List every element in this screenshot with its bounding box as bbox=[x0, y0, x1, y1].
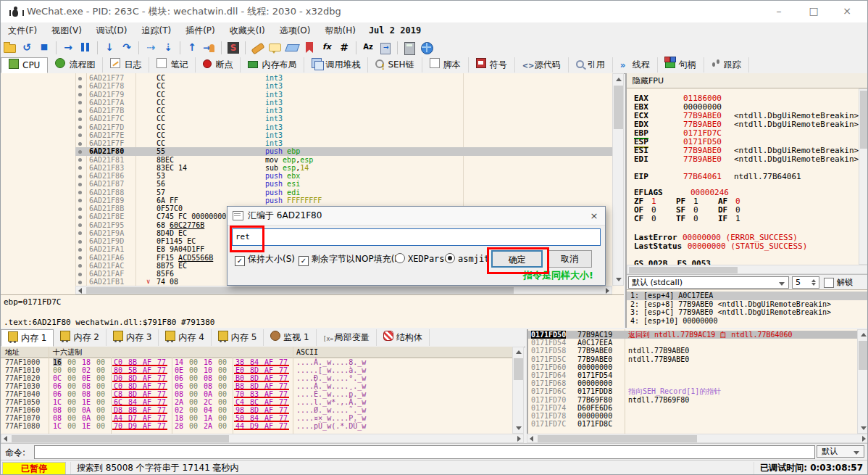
tab-内存 2[interactable]: 内存 2 bbox=[54, 329, 106, 346]
spin-up-icon[interactable] bbox=[811, 279, 816, 282]
scroll-right-icon[interactable] bbox=[517, 436, 521, 442]
stop-icon[interactable]: ■ bbox=[36, 39, 53, 57]
tab-内存 3[interactable]: 内存 3 bbox=[107, 329, 159, 346]
tab-内存布局[interactable]: 内存布局 bbox=[241, 57, 304, 73]
flags-row[interactable]: CF0TF0IF1 bbox=[627, 215, 868, 223]
menu-item[interactable]: 追踪(T) bbox=[134, 22, 178, 39]
register-row[interactable]: EBP0171FD7C bbox=[627, 129, 868, 138]
scroll-thumb[interactable] bbox=[538, 435, 697, 442]
disasm-row[interactable]: 6AD21F77CCint3 bbox=[1, 74, 624, 82]
disasm-row[interactable]: 6AD21F818BECmov ebp,esp bbox=[1, 156, 624, 164]
register-row[interactable]: EDI77B9ABE0<ntdll.DbgUiRemoteBreakin> bbox=[627, 155, 868, 164]
case-sensitive-icon[interactable]: Az bbox=[359, 39, 377, 57]
restart-icon[interactable]: ↺ bbox=[18, 39, 36, 57]
register-row[interactable]: EIP77B64061ntdll.77B64061 bbox=[627, 173, 868, 181]
memory-dump-view[interactable]: 地址 十六进制 ASCII 77AF100016001800C08BAF7714… bbox=[1, 347, 512, 434]
unlock-checkbox[interactable] bbox=[824, 278, 834, 288]
breakpoint-dot-icon[interactable] bbox=[78, 158, 82, 162]
tab-流程图[interactable]: 流程图 bbox=[48, 57, 103, 73]
breakpoint-dot-icon[interactable] bbox=[78, 215, 82, 219]
label-icon[interactable] bbox=[283, 39, 301, 57]
scroll-right-icon[interactable] bbox=[606, 288, 609, 294]
open-file-icon[interactable] bbox=[1, 39, 18, 57]
breakpoint-dot-icon[interactable] bbox=[78, 93, 82, 96]
breakpoint-dot-icon[interactable] bbox=[78, 117, 82, 121]
registers-hscrollbar[interactable] bbox=[627, 265, 868, 274]
checkbox-checked-icon[interactable]: ✓ bbox=[235, 256, 245, 266]
menu-item[interactable]: 插件(P) bbox=[178, 22, 222, 39]
scroll-up-icon[interactable] bbox=[861, 333, 867, 336]
tab-内存 4[interactable]: 内存 4 bbox=[159, 329, 211, 346]
tab-调用堆栈[interactable]: 调用堆栈 bbox=[304, 57, 368, 73]
step-into-icon[interactable]: ↓ bbox=[101, 39, 118, 57]
breakpoint-dot-icon[interactable] bbox=[78, 207, 82, 211]
breakpoint-dot-icon[interactable] bbox=[78, 125, 82, 129]
asmjit-radio[interactable]: asmjit bbox=[445, 252, 489, 266]
argument-row[interactable]: 4: [esp+10] 00000000 bbox=[627, 317, 868, 326]
disasm-row[interactable]: 6AD21F7CCCint3 bbox=[1, 115, 624, 123]
breakpoint-dot-icon[interactable] bbox=[78, 133, 82, 137]
run-icon[interactable]: → bbox=[59, 39, 77, 57]
dialog-title-bar[interactable]: 汇编于 6AD21F80 × bbox=[228, 207, 605, 226]
scroll-thumb[interactable] bbox=[86, 287, 514, 294]
menu-item[interactable]: 文件(F) bbox=[1, 22, 44, 39]
radio-selected-icon[interactable] bbox=[445, 253, 455, 263]
menu-item[interactable]: 帮助(H) bbox=[317, 22, 362, 39]
stack-row[interactable]: 0171FD640171FD54 bbox=[528, 371, 857, 379]
breakpoint-dot-icon[interactable] bbox=[78, 191, 82, 194]
scroll-up-icon[interactable] bbox=[516, 350, 522, 354]
scroll-down-icon[interactable] bbox=[861, 426, 867, 430]
disasm-row[interactable]: 6AD21F79CCint3 bbox=[1, 91, 624, 99]
instruction-input[interactable]: ret bbox=[232, 228, 601, 246]
breakpoint-dot-icon[interactable] bbox=[78, 101, 82, 104]
breakpoint-dot-icon[interactable] bbox=[78, 248, 82, 252]
breakpoint-dot-icon[interactable] bbox=[78, 110, 82, 113]
calculator-icon[interactable] bbox=[401, 39, 418, 57]
breakpoint-dot-icon[interactable] bbox=[78, 77, 82, 80]
checkbox-checked-icon[interactable]: ✓ bbox=[299, 256, 309, 266]
tab-跟踪[interactable]: 跟踪 bbox=[704, 57, 749, 73]
argument-row[interactable]: 2: [esp+8] 77B9ABE0 <ntdll.DbgUiRemoteBr… bbox=[627, 300, 868, 309]
stack-row[interactable]: 0171FD5077B9AC19返回到 ntdll.77B9AC19 自 ntd… bbox=[528, 331, 857, 339]
flags-row[interactable]: ZF1PF1AF0 bbox=[627, 197, 868, 206]
breakpoint-dot-icon[interactable] bbox=[78, 142, 82, 146]
tab-断点[interactable]: 断点 bbox=[196, 57, 241, 73]
scroll-left-icon[interactable] bbox=[530, 436, 533, 442]
eflags-row[interactable]: EFLAGS00000246 bbox=[627, 189, 868, 197]
breakpoint-dot-icon[interactable] bbox=[78, 150, 82, 154]
hide-fpu-button[interactable]: 隐藏FPU bbox=[627, 73, 868, 88]
stop-animation-icon[interactable]: S bbox=[225, 39, 242, 57]
radio-unselected-icon[interactable] bbox=[395, 253, 405, 263]
stack-row[interactable]: 0171FD74D60FE6D6 bbox=[528, 404, 857, 412]
tab-监视 1[interactable]: 监视 1 bbox=[264, 329, 316, 346]
close-button[interactable]: × bbox=[831, 1, 863, 22]
stack-vscrollbar[interactable] bbox=[857, 329, 868, 434]
disasm-row[interactable]: 6AD21F7DCCint3 bbox=[1, 123, 624, 131]
scroll-down-icon[interactable] bbox=[516, 426, 522, 430]
arguments-view[interactable]: 1: [esp+4] A0C17EEA2: [esp+8] 77B9ABE0 <… bbox=[627, 289, 868, 330]
disasm-row[interactable]: 6AD21F7BCCint3 bbox=[1, 107, 624, 115]
breakpoint-dot-icon[interactable] bbox=[78, 240, 82, 244]
tab-笔记[interactable]: 笔记 bbox=[149, 57, 196, 73]
registers-vscrollbar[interactable] bbox=[859, 88, 868, 265]
tab-源代码[interactable]: <>源代码 bbox=[515, 57, 569, 73]
scroll-left-icon[interactable] bbox=[78, 288, 82, 294]
laststatus-row[interactable]: LastStatus00000000 (STATUS_SUCCESS) bbox=[627, 242, 868, 251]
tab-内存 5[interactable]: 内存 5 bbox=[212, 329, 264, 346]
scroll-right-icon[interactable] bbox=[862, 436, 866, 442]
tab-SEH链[interactable]: SEH链 bbox=[368, 57, 422, 73]
tab-线程[interactable]: »线程 bbox=[613, 57, 658, 73]
spin-down-icon[interactable] bbox=[811, 283, 816, 286]
menu-item[interactable]: 选项(O) bbox=[272, 22, 318, 39]
scroll-down-icon[interactable] bbox=[616, 278, 622, 281]
disasm-row[interactable]: 6AD21F78CCint3 bbox=[1, 82, 624, 90]
animate-into-icon[interactable] bbox=[201, 39, 218, 57]
flags-row[interactable]: OF0SF0DF0 bbox=[627, 206, 868, 215]
favourite-icon[interactable] bbox=[301, 39, 318, 57]
argument-row[interactable]: 1: [esp+4] A0C17EEA bbox=[627, 292, 868, 300]
register-list[interactable]: EAX01186000EBX00000000ECX77B9ABE0<ntdll.… bbox=[627, 88, 868, 265]
stack-row[interactable]: 0171FD7077B69F80ntdll.77B69F80 bbox=[528, 396, 857, 404]
tab-局部变量[interactable]: [x=]局部变量 bbox=[317, 329, 377, 346]
stack-row[interactable]: 0171FD6800000000 bbox=[528, 379, 857, 387]
tab-日志[interactable]: 日志 bbox=[103, 57, 149, 73]
